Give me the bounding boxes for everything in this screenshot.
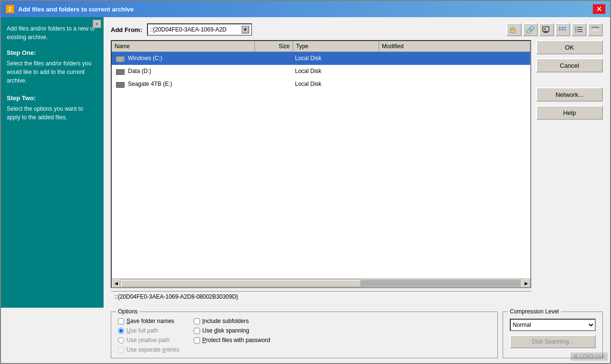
details-view-icon xyxy=(591,26,600,33)
use-relative-path-label[interactable]: Use relative path xyxy=(126,337,169,343)
protect-password-option: Protect files with password xyxy=(194,337,270,343)
use-disk-spanning-label[interactable]: Use disk spanning xyxy=(202,327,249,334)
save-folder-names-option: Save folder names xyxy=(118,318,179,324)
file-list[interactable]: Name Size Type Modified xyxy=(111,40,531,288)
sidebar: × Add files and/or folders to a new or e… xyxy=(1,17,104,308)
file-row[interactable]: Seagate 4TB (E:) Local Disk xyxy=(112,78,530,91)
title-bar: Z Add files and folders to current archi… xyxy=(1,1,610,17)
svg-rect-18 xyxy=(591,27,599,28)
use-separate-entries-option: Use separate entries xyxy=(118,346,179,353)
status-path: ::{20D04FE0-3AEA-1069-A2D8-08002B30309D} xyxy=(115,293,238,300)
compression-select[interactable]: Normal Store Fastest Fast Maximum Ultra xyxy=(510,319,596,331)
svg-rect-12 xyxy=(575,27,577,29)
sidebar-close-button[interactable]: × xyxy=(93,20,101,28)
options-group: Options Save folder names Use full path … xyxy=(111,312,498,358)
use-disk-spanning-checkbox[interactable] xyxy=(194,328,200,334)
details-view-button[interactable] xyxy=(588,23,603,36)
svg-rect-7 xyxy=(561,27,563,29)
network-places-button[interactable]: 🔗 xyxy=(523,23,538,36)
options-inner: Save folder names Use full path Use rela… xyxy=(118,318,491,353)
add-from-label: Add From: xyxy=(111,26,142,33)
compression-group: Compression Level Normal Store Fastest F… xyxy=(503,312,603,358)
column-header-size[interactable]: Size xyxy=(255,41,293,52)
column-header-name[interactable]: Name xyxy=(112,41,255,52)
right-buttons: OK Cancel Network... Help xyxy=(536,40,603,302)
sidebar-intro: Add files and/or folders to a new or exi… xyxy=(7,24,98,42)
file-row[interactable]: Data (D:) Local Disk xyxy=(112,65,530,78)
use-separate-entries-label[interactable]: Use separate entries xyxy=(126,346,179,353)
status-bar: ::{20D04FE0-3AEA-1069-A2D8-08002B30309D} xyxy=(111,291,531,302)
title-bar-left: Z Add files and folders to current archi… xyxy=(6,5,134,13)
use-relative-path-radio[interactable] xyxy=(118,337,124,343)
file-row[interactable]: Windows (C:) Local Disk xyxy=(112,52,530,65)
disk-spanning-button: Disk Spanning... xyxy=(510,335,596,348)
svg-rect-23 xyxy=(116,57,124,62)
cancel-button[interactable]: Cancel xyxy=(536,58,603,73)
save-folder-names-label[interactable]: Save folder names xyxy=(126,318,174,324)
dropdown-arrow-icon[interactable]: ▼ xyxy=(242,26,249,33)
go-up-button[interactable] xyxy=(506,23,522,36)
save-folder-names-checkbox[interactable] xyxy=(118,318,124,324)
compression-legend: Compression Level xyxy=(508,308,561,315)
ok-button[interactable]: OK xyxy=(536,40,603,54)
file-type: Local Disk xyxy=(295,55,381,62)
file-type: Local Disk xyxy=(295,81,381,87)
include-subfolders-checkbox[interactable] xyxy=(194,318,200,324)
desktop-icon: D xyxy=(542,26,551,33)
network-button[interactable]: Network... xyxy=(536,87,603,102)
include-subfolders-option: Include subfolders xyxy=(194,318,270,324)
options-right-col: Include subfolders Use disk spanning Pro… xyxy=(194,318,270,353)
svg-rect-13 xyxy=(577,27,582,28)
small-icons-button[interactable] xyxy=(555,23,570,36)
step-one-text: Select the files and/or folders you woul… xyxy=(7,59,98,85)
horizontal-scrollbar[interactable]: ◀ ▶ xyxy=(112,279,530,287)
use-separate-entries-checkbox[interactable] xyxy=(118,347,124,353)
file-area-and-buttons: Name Size Type Modified xyxy=(111,40,603,302)
network-icon: 🔗 xyxy=(526,25,535,34)
svg-rect-20 xyxy=(591,30,599,31)
drive-icon xyxy=(115,53,126,63)
small-icons-icon xyxy=(558,26,567,33)
protect-password-label[interactable]: Protect files with password xyxy=(202,337,270,343)
svg-rect-10 xyxy=(561,29,563,31)
svg-point-27 xyxy=(123,73,124,74)
add-from-row: Add From: ::{20D04FE0-3AEA-1069-A2D ▼ 🔗 xyxy=(111,23,603,36)
use-disk-spanning-option: Use disk spanning xyxy=(194,327,270,334)
protect-password-checkbox[interactable] xyxy=(194,337,200,343)
help-button[interactable]: Help xyxy=(536,105,603,120)
close-button[interactable]: ✕ xyxy=(593,4,605,14)
column-header-modified[interactable]: Modified xyxy=(379,41,530,52)
list-view-button[interactable] xyxy=(571,23,587,36)
include-subfolders-label[interactable]: Include subfolders xyxy=(202,318,249,324)
use-full-path-label[interactable]: Use full path xyxy=(126,327,158,334)
svg-rect-8 xyxy=(564,27,566,29)
main-window: Z Add files and folders to current archi… xyxy=(0,0,611,364)
file-name: Windows (C:) xyxy=(128,55,257,62)
options-legend: Options xyxy=(116,308,139,315)
main-area: Add From: ::{20D04FE0-3AEA-1069-A2D ▼ 🔗 xyxy=(104,17,610,308)
scroll-track[interactable] xyxy=(121,280,521,287)
desktop-button[interactable]: D xyxy=(539,23,554,36)
scroll-right-button[interactable]: ▶ xyxy=(522,279,530,288)
svg-rect-6 xyxy=(559,27,561,29)
scroll-left-button[interactable]: ◀ xyxy=(112,279,120,288)
file-list-body[interactable]: Windows (C:) Local Disk xyxy=(112,52,530,279)
scroll-thumb[interactable] xyxy=(121,280,361,287)
use-full-path-radio[interactable] xyxy=(118,328,124,334)
file-list-header: Name Size Type Modified xyxy=(112,41,530,52)
path-text: ::{20D04FE0-3AEA-1069-A2D xyxy=(150,26,240,33)
watermark: ⚙ LO4D.com xyxy=(570,353,608,361)
list-view-icon xyxy=(575,26,583,33)
options-left-col: Save folder names Use full path Use rela… xyxy=(118,318,179,353)
column-header-type[interactable]: Type xyxy=(293,41,379,52)
svg-text:D: D xyxy=(544,28,546,31)
path-dropdown[interactable]: ::{20D04FE0-3AEA-1069-A2D ▼ xyxy=(147,23,252,36)
step-two-label: Step Two: xyxy=(7,94,98,102)
file-name: Seagate 4TB (E:) xyxy=(128,81,257,87)
use-relative-path-option: Use relative path xyxy=(118,337,179,343)
bottom-area: Options Save folder names Use full path … xyxy=(1,308,610,363)
file-area: Name Size Type Modified xyxy=(111,40,531,302)
svg-point-30 xyxy=(123,85,124,87)
svg-rect-9 xyxy=(559,29,561,31)
svg-rect-15 xyxy=(577,29,582,30)
